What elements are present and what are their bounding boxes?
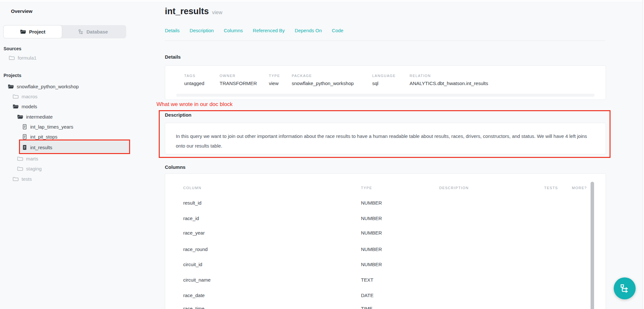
field-value: snowflake_python_workshop	[292, 81, 354, 86]
annotation-text: What we wrote in our doc block	[156, 101, 232, 108]
database-toggle-button[interactable]: Database	[62, 25, 124, 38]
tree-label: int_pit_stops	[30, 134, 57, 140]
field-label: PACKAGE	[292, 74, 354, 78]
column-name: race_date	[183, 293, 205, 298]
detail-field-owner: OWNER TRANSFORMER	[220, 74, 257, 86]
tab-divider	[165, 41, 605, 41]
tree-label: marts	[26, 156, 38, 161]
description-body: In this query we want to join out other …	[165, 123, 606, 151]
sidebar-item-staging[interactable]: staging	[17, 165, 42, 172]
page-title: int_resultsview	[165, 6, 223, 16]
sidebar-item-formula1[interactable]: formula1	[9, 54, 36, 61]
tab-details[interactable]: Details	[165, 28, 180, 33]
document-icon	[22, 134, 27, 140]
sidebar-item-models[interactable]: models	[13, 103, 37, 110]
column-type: NUMBER	[361, 246, 382, 252]
model-name: int_results	[165, 6, 209, 16]
tab-depends-on[interactable]: Depends On	[295, 28, 322, 33]
columns-section-heading: Columns	[165, 164, 185, 170]
table-row-race_id[interactable]: race_id NUMBER	[165, 216, 606, 222]
field-value: ANALYTICS.dbt_hwatson.int_results	[410, 81, 488, 86]
sidebar-item-marts[interactable]: marts	[17, 155, 38, 162]
folder-closed-icon	[17, 166, 23, 171]
sidebar-item-snowflake-python-workshop[interactable]: snowflake_python_workshop	[8, 83, 79, 90]
column-type: NUMBER	[361, 262, 382, 267]
columns-scrollbar[interactable]	[591, 182, 594, 309]
lineage-graph-icon	[620, 284, 630, 293]
sidebar-item-int-lap-times-years[interactable]: int_lap_times_years	[22, 123, 73, 130]
column-type: DATE	[361, 293, 374, 298]
folder-closed-icon	[13, 94, 19, 99]
table-row-result_id[interactable]: result_id NUMBER	[165, 200, 606, 207]
column-type: NUMBER	[361, 216, 382, 221]
field-label: TYPE	[269, 74, 280, 78]
project-toggle-button[interactable]: Project	[3, 25, 62, 38]
field-label: OWNER	[220, 74, 257, 78]
column-type: NUMBER	[361, 200, 382, 206]
tree-label: snowflake_python_workshop	[17, 84, 79, 89]
tree-label: int_lap_times_years	[30, 124, 73, 130]
lineage-icon	[78, 29, 84, 34]
table-row-race_time-partial[interactable]: race_time TIME	[165, 306, 606, 309]
columns-card: COLUMN TYPE DESCRIPTION TESTS MORE? resu…	[165, 173, 606, 309]
folder-open-icon	[20, 29, 26, 34]
table-row-circuit_id[interactable]: circuit_id NUMBER	[165, 262, 606, 268]
sources-heading: Sources	[4, 46, 21, 51]
tab-description[interactable]: Description	[190, 28, 214, 33]
field-value: untagged	[184, 81, 204, 86]
tree-label: intermediate	[26, 114, 53, 120]
column-type: TEXT	[361, 277, 373, 283]
tree-label: staging	[26, 166, 42, 171]
model-type-subtitle: view	[212, 10, 223, 15]
table-row-race_year[interactable]: race_year NUMBER	[165, 230, 606, 237]
page-scrollbar-track[interactable]	[642, 0, 644, 309]
table-row-circuit_name[interactable]: circuit_name TEXT	[165, 277, 606, 284]
detail-field-type: TYPE view	[269, 74, 280, 86]
folder-closed-icon	[17, 156, 23, 161]
column-name: race_id	[183, 216, 199, 221]
col-header-more: MORE?	[572, 186, 587, 190]
tree-label: tests	[22, 176, 32, 182]
project-toggle-label: Project	[29, 29, 45, 34]
field-value: view	[269, 81, 280, 86]
annotation-box-selected-model	[19, 140, 130, 154]
folder-closed-icon	[9, 55, 15, 60]
folder-open-icon	[13, 104, 19, 109]
column-type: NUMBER	[361, 230, 382, 236]
tree-label: macros	[22, 94, 37, 99]
table-row-race_round[interactable]: race_round NUMBER	[165, 246, 606, 253]
col-header-tests: TESTS	[544, 186, 558, 190]
details-section-heading: Details	[165, 54, 181, 60]
tab-referenced-by[interactable]: Referenced By	[253, 28, 285, 33]
lineage-graph-button[interactable]	[614, 277, 636, 299]
source-label: formula1	[18, 55, 36, 61]
details-footer-bar	[176, 94, 594, 97]
sidebar-item-tests[interactable]: tests	[13, 175, 32, 182]
field-label: LANGUAGE	[372, 74, 396, 78]
tab-code[interactable]: Code	[332, 28, 344, 33]
table-row-race_date[interactable]: race_date DATE	[165, 293, 606, 299]
database-toggle-label: Database	[87, 29, 108, 34]
tab-columns[interactable]: Columns	[224, 28, 243, 33]
column-name: race_time	[183, 306, 204, 309]
document-icon	[22, 124, 27, 130]
column-name: race_year	[183, 230, 205, 236]
sidebar-item-intermediate[interactable]: intermediate	[17, 113, 53, 120]
tab-bar: Details Description Columns Referenced B…	[165, 28, 343, 33]
tree-label: models	[22, 104, 37, 109]
description-card: In this query we want to join out other …	[165, 123, 606, 154]
col-header-description: DESCRIPTION	[439, 186, 469, 190]
top-strip	[0, 0, 644, 2]
field-value: TRANSFORMER	[220, 81, 257, 86]
sidebar-item-int-pit-stops[interactable]: int_pit_stops	[22, 133, 57, 140]
column-type: TIME	[361, 306, 373, 309]
detail-field-tags: TAGS untagged	[184, 74, 204, 86]
field-value: sql	[372, 81, 396, 86]
sidebar-item-macros[interactable]: macros	[13, 93, 37, 100]
field-label: TAGS	[184, 74, 204, 78]
col-header-type: TYPE	[361, 186, 372, 190]
field-label: RELATION	[410, 74, 488, 78]
folder-closed-icon	[13, 177, 19, 181]
details-card: TAGS untagged OWNER TRANSFORMER TYPE vie…	[165, 65, 606, 100]
detail-field-relation: RELATION ANALYTICS.dbt_hwatson.int_resul…	[410, 74, 488, 86]
